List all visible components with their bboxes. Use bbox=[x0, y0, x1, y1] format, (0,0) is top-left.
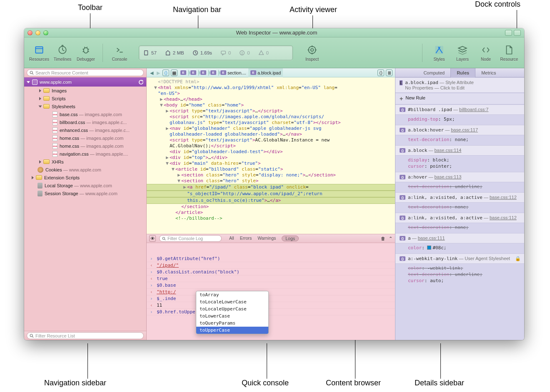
new-rule-button[interactable]: + New Rule bbox=[395, 93, 524, 104]
console-line[interactable]: ‹"http:/ bbox=[147, 289, 395, 295]
tree-item[interactable]: csshome.css — images.apple.com bbox=[24, 142, 146, 150]
rule-header[interactable]: {}a.block — base.css:114 bbox=[395, 145, 524, 156]
dom-line[interactable]: ▼<body id="home" class="home"> bbox=[147, 102, 395, 108]
autocomplete-item[interactable]: toLocaleLowerCase bbox=[196, 298, 268, 305]
node-panel-button[interactable]: Node bbox=[475, 41, 497, 65]
dom-line[interactable]: globalnav.js" type="text/javascript" cha… bbox=[147, 120, 395, 126]
tree-item[interactable]: Scripts bbox=[24, 94, 146, 102]
source-link[interactable]: base.css:112 bbox=[490, 215, 517, 220]
console-tab-errors[interactable]: Errors bbox=[240, 236, 252, 241]
console-tab[interactable]: Console bbox=[109, 41, 130, 65]
rule-header[interactable]: {}a:link, a:visited, a:active — base.css… bbox=[395, 192, 524, 203]
tree-item[interactable]: Images bbox=[24, 87, 146, 94]
collapse-console-button[interactable]: ⌃ bbox=[389, 236, 392, 241]
breadcrumb-item[interactable]: Esection.... bbox=[218, 68, 248, 77]
rule-header[interactable]: {}a.block:hover — base.css:117 bbox=[395, 125, 524, 135]
dom-line[interactable]: this.s_oc?this.s_oc(e):true">…</a> bbox=[147, 197, 395, 204]
breadcrumb-item[interactable]: E bbox=[178, 68, 188, 77]
rule-header[interactable]: {}a:-webkit-any-link — User Agent Styles… bbox=[395, 253, 524, 264]
dock-bottom-button[interactable] bbox=[505, 30, 512, 36]
dom-line[interactable]: <!--/billboard--> bbox=[147, 216, 395, 221]
console-line[interactable]: ‹11 bbox=[147, 302, 395, 309]
close-window-button[interactable] bbox=[28, 30, 32, 35]
clear-console-button[interactable]: 🗑 bbox=[381, 236, 385, 241]
console-toggle-button[interactable]: 👁 bbox=[149, 235, 156, 242]
rule-header[interactable]: {}#billboard .ipad — billboard.css:7 bbox=[395, 104, 524, 115]
dom-tree[interactable]: <!DOCTYPE html>▼<html xmlns="http://www.… bbox=[147, 77, 395, 234]
resource-tree[interactable]: www.apple.com ImagesScriptsStylesheetscs… bbox=[24, 77, 146, 331]
path-component-icon[interactable]: ⟨⟩ bbox=[378, 69, 384, 76]
dom-line[interactable]: ▼<html xmlns="http://www.w3.org/1999/xht… bbox=[147, 85, 395, 91]
rule-body[interactable]: color: #08c; bbox=[395, 243, 524, 253]
zoom-window-button[interactable] bbox=[43, 30, 48, 35]
dom-line[interactable]: "en-US"> bbox=[147, 91, 395, 97]
dom-line[interactable]: AC.GlobalNav();</script> bbox=[147, 143, 395, 149]
style-attribute-header[interactable]: E a.block.ipad — Style Attribute No Prop… bbox=[395, 77, 524, 93]
dock-side-button[interactable] bbox=[514, 30, 521, 36]
tree-item[interactable]: cssenhanced.css — images.apple.c... bbox=[24, 126, 146, 134]
dom-tree-button[interactable]: ⟨⟩ bbox=[162, 69, 169, 76]
source-link[interactable]: base.css:111 bbox=[418, 236, 445, 241]
dom-line[interactable]: ▼<section class="hero" style> bbox=[147, 178, 395, 184]
console-body[interactable]: ›$0.getAttribute("href")‹"/ipad/"›$0.cla… bbox=[147, 243, 395, 340]
back-button[interactable]: ◀ bbox=[148, 69, 155, 76]
dom-line[interactable]: ▶<nav id="globalheader" class="apple glo… bbox=[147, 126, 395, 131]
dom-line[interactable]: <!DOCTYPE html> bbox=[147, 79, 395, 85]
source-link[interactable]: base.css:113 bbox=[434, 174, 461, 179]
dom-line[interactable]: <div id="globalheader-loaded-test"></div… bbox=[147, 149, 395, 155]
breadcrumb-item[interactable]: E bbox=[188, 68, 198, 77]
settings-icon[interactable]: ≣ bbox=[386, 69, 392, 76]
dom-line[interactable]: ▶<script type="text/javascript">…</scrip… bbox=[147, 108, 395, 114]
tree-item[interactable]: cssbase.css — images.apple.com bbox=[24, 110, 146, 118]
resources-tab[interactable]: Resources bbox=[28, 41, 50, 65]
console-line[interactable]: ›$0.base bbox=[147, 282, 395, 289]
console-line[interactable]: ›$0.getAttribute("href") bbox=[147, 256, 395, 262]
minimize-window-button[interactable] bbox=[35, 30, 40, 35]
tree-root[interactable]: www.apple.com bbox=[24, 77, 146, 87]
rule-header[interactable]: {}a:link, a:visited, a:active — base.css… bbox=[395, 213, 524, 223]
console-tab-all[interactable]: All bbox=[229, 236, 234, 241]
tree-item[interactable]: cssnavigation.css — images.apple.... bbox=[24, 150, 146, 158]
rule-body[interactable]: text-decoration: none; bbox=[395, 135, 524, 145]
details-tab-metrics[interactable]: Metrics bbox=[475, 68, 502, 77]
details-tab-rules[interactable]: Rules bbox=[450, 68, 475, 77]
rule-body[interactable]: padding-top: 5px; bbox=[395, 115, 524, 125]
autocomplete-item[interactable]: toLocaleUpperCase bbox=[196, 305, 268, 313]
source-link[interactable]: billboard.css:7 bbox=[459, 107, 488, 112]
source-link[interactable]: base.css:112 bbox=[490, 195, 517, 200]
console-filter-input[interactable]: Filter Console Log bbox=[159, 235, 222, 242]
dom-line[interactable]: </section> bbox=[147, 204, 395, 210]
console-line[interactable]: ›$0.href.toUpperCase bbox=[147, 309, 395, 315]
autocomplete-item[interactable]: toLowerCase bbox=[196, 313, 268, 320]
source-link[interactable]: base.css:114 bbox=[434, 148, 461, 153]
details-tab-computed[interactable]: Computed bbox=[418, 68, 450, 77]
dom-line[interactable]: ▶<section class="hero" style="display: n… bbox=[147, 172, 395, 178]
tree-item[interactable]: Extension Scripts bbox=[24, 174, 146, 181]
rule-body[interactable]: color: -webkit-link;text-decoration: und… bbox=[395, 264, 524, 286]
layers-panel-button[interactable]: Layers bbox=[452, 41, 473, 65]
inspect-button[interactable]: Inspect bbox=[301, 41, 323, 65]
rule-header[interactable]: {}a — base.css:111 bbox=[395, 233, 524, 243]
dom-line[interactable]: <script src="http://images.apple.com/glo… bbox=[147, 114, 395, 120]
breadcrumbs[interactable]: EEEEEsection....Ea.block.ipad bbox=[178, 68, 377, 77]
tree-item[interactable]: Session Storage — www.apple.com bbox=[24, 189, 146, 197]
rule-body[interactable]: text-decoration: none; bbox=[395, 203, 524, 213]
dom-line[interactable]: ▶<a href="/ipad/" class="block ipad" onc… bbox=[147, 184, 395, 191]
styles-panel-button[interactable]: Styles bbox=[428, 41, 450, 65]
console-tab-warnings[interactable]: Warnings bbox=[258, 236, 276, 241]
rule-header[interactable]: {}a:hover — base.css:113 bbox=[395, 172, 524, 182]
tree-item[interactable]: Cookies — www.apple.com bbox=[24, 166, 146, 174]
rule-body[interactable]: text-decoration: none; bbox=[395, 223, 524, 233]
tree-item[interactable]: cssbillboard.css — images.apple.c... bbox=[24, 118, 146, 126]
breadcrumb-item[interactable]: E bbox=[198, 68, 208, 77]
tree-item[interactable]: Stylesheets bbox=[24, 102, 146, 110]
rule-body[interactable]: display: block;cursor: pointer; bbox=[395, 156, 524, 172]
console-line[interactable]: ›$_.inde bbox=[147, 295, 395, 302]
tree-item[interactable]: csshome.css — images.apple.com bbox=[24, 134, 146, 142]
resource-panel-button[interactable]: Resource bbox=[498, 41, 520, 65]
tree-item[interactable]: XHRs bbox=[24, 158, 146, 166]
dom-line[interactable]: ▼<div id="main" data-hires="true"> bbox=[147, 161, 395, 166]
console-line[interactable]: ›$0.classList.contains("block") bbox=[147, 269, 395, 275]
console-line[interactable]: ‹true bbox=[147, 275, 395, 282]
dom-line[interactable]: </article> bbox=[147, 210, 395, 216]
